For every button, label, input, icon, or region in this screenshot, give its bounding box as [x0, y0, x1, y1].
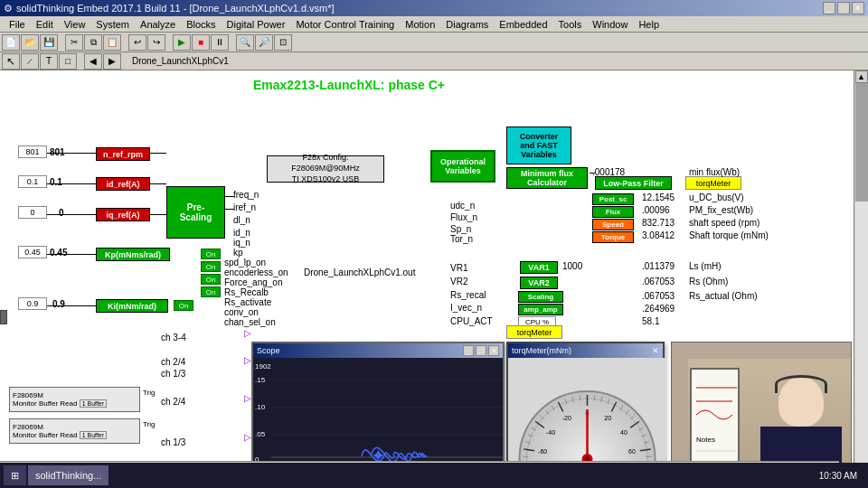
- ki-block[interactable]: Ki(mNm/rad): [96, 299, 168, 313]
- svg-text:Notes: Notes: [696, 436, 715, 444]
- input-01[interactable]: 0.1: [18, 175, 47, 188]
- tb-stop[interactable]: ■: [192, 34, 210, 51]
- tb-save[interactable]: 💾: [40, 34, 58, 51]
- kp-block[interactable]: Kp(mNms/rad): [96, 248, 170, 261]
- converter-fast-block[interactable]: Converterand FASTVariables: [506, 127, 571, 164]
- window-title: solidThinking Embed 2017.1 Build 11 - [D…: [16, 3, 335, 14]
- tb-redo[interactable]: ↪: [147, 34, 165, 51]
- tb-run[interactable]: ▶: [173, 34, 191, 51]
- menu-embedded[interactable]: Embedded: [494, 16, 552, 32]
- input-09[interactable]: 0.9: [18, 297, 47, 310]
- val-067053b: .067053: [642, 291, 675, 301]
- sig-kp: kp: [233, 248, 243, 258]
- tb-open[interactable]: 📂: [21, 34, 39, 51]
- title-icon: ⚙: [4, 3, 13, 14]
- post-torque-block[interactable]: Torque: [592, 231, 634, 243]
- iq-ref-block[interactable]: iq_ref(A): [96, 208, 150, 221]
- on-switch-4[interactable]: On: [201, 286, 221, 297]
- lpf-block[interactable]: Low-Pass Filter: [595, 176, 672, 190]
- operational-variables-box[interactable]: OperationalVariables: [430, 150, 495, 183]
- sig-id-n: id_n: [233, 228, 250, 238]
- oscillo-minimize-btn[interactable]: _: [463, 345, 474, 356]
- menu-motor-control[interactable]: Motor Control Training: [290, 16, 400, 32]
- n-ref-rpm-block[interactable]: n_ref_rpm: [96, 147, 150, 161]
- tb-zoom-out[interactable]: 🔎: [255, 34, 273, 51]
- menu-view[interactable]: View: [59, 16, 91, 32]
- val-1000: 1000: [562, 261, 582, 271]
- tb-undo[interactable]: ↩: [128, 34, 146, 51]
- menu-motion[interactable]: Motion: [400, 16, 440, 32]
- menu-help[interactable]: Help: [633, 16, 665, 32]
- menu-edit[interactable]: Edit: [31, 16, 59, 32]
- scaling-block[interactable]: Scaling: [518, 291, 563, 303]
- val-264969: .264969: [642, 304, 675, 314]
- scroll-up-btn[interactable]: ▲: [855, 70, 868, 83]
- maximize-button[interactable]: □: [837, 2, 850, 14]
- canvas-area[interactable]: Emax2213-LaunchXL: phase C+ F28x Config:…: [0, 70, 854, 488]
- tb2-nav-back[interactable]: ◀: [84, 53, 102, 70]
- sig-rs-recal: Rs_recal: [450, 290, 486, 300]
- input-801[interactable]: 801: [18, 145, 47, 158]
- on-switch-2[interactable]: On: [201, 261, 221, 272]
- trig-label-2: Trig: [143, 420, 155, 428]
- on-switch-1[interactable]: On: [201, 249, 221, 259]
- input-0[interactable]: 0: [18, 206, 47, 219]
- taskbar-app-btn[interactable]: solidThinking...: [28, 465, 108, 485]
- tb2-block[interactable]: □: [59, 53, 77, 70]
- wire-idref-prescaling: [150, 183, 166, 184]
- pre-scaling-block[interactable]: Pre-Scaling: [166, 186, 225, 239]
- menu-file[interactable]: File: [4, 16, 31, 32]
- vertical-scrollbar[interactable]: ▲ ▼: [854, 70, 868, 488]
- oscillo-close-btn[interactable]: ✕: [488, 345, 499, 356]
- minimize-button[interactable]: _: [823, 2, 835, 14]
- tb-cut[interactable]: ✂: [65, 34, 83, 51]
- sig-freq-n: freq_n: [233, 190, 259, 200]
- monitor-block-1[interactable]: F28069M Monitor Buffer Read 1 Buffer: [9, 387, 140, 412]
- menu-analyze[interactable]: Analyze: [135, 16, 181, 32]
- close-button[interactable]: ✕: [852, 2, 864, 14]
- tb2-text[interactable]: T: [40, 53, 58, 70]
- tb-new[interactable]: 📄: [2, 34, 20, 51]
- id-ref-block[interactable]: id_ref(A): [96, 177, 150, 191]
- scroll-v-thumb: [855, 83, 868, 202]
- menu-digital-power[interactable]: Digital Power: [222, 16, 291, 32]
- post-speed-block[interactable]: Speed: [592, 219, 634, 230]
- menu-system[interactable]: System: [90, 16, 135, 32]
- tb2-pointer[interactable]: ↖: [2, 53, 20, 70]
- on-switch-3[interactable]: On: [201, 274, 221, 285]
- var1-block[interactable]: VAR1: [520, 261, 558, 274]
- min-flux-block[interactable]: Minimum fluxCalculator: [506, 167, 588, 189]
- input-045[interactable]: 0.45: [18, 246, 47, 258]
- on-switch-5[interactable]: On: [174, 300, 193, 311]
- monitor-block-2[interactable]: F28069M Monitor Buffer Read 1 Buffer: [9, 418, 140, 444]
- amp-amp-block[interactable]: amp_amp: [518, 304, 563, 315]
- force-ang-on: Force_ang_on: [224, 277, 283, 287]
- menu-tools[interactable]: Tools: [553, 16, 588, 32]
- sig-vr1: VR1: [450, 263, 467, 273]
- menu-window[interactable]: Window: [587, 16, 633, 32]
- oscillo-title-label: Scope: [257, 346, 280, 355]
- tb2-wire[interactable]: ⟋: [21, 53, 39, 70]
- torqmeter-in-block[interactable]: torqMeter: [506, 325, 562, 339]
- tb-fit[interactable]: ⊡: [274, 34, 292, 51]
- tb-paste[interactable]: 📋: [103, 34, 121, 51]
- menu-bar: File Edit View System Analyze Blocks Dig…: [0, 16, 868, 33]
- start-button[interactable]: ⊞: [4, 465, 26, 485]
- menu-diagrams[interactable]: Diagrams: [440, 16, 494, 32]
- tb-copy[interactable]: ⧉: [84, 34, 102, 51]
- spd-lp-on: spd_lp_on: [224, 258, 266, 267]
- tb-zoom-in[interactable]: 🔍: [236, 34, 254, 51]
- post-flux-block[interactable]: Flux: [592, 206, 634, 218]
- sig-ivec-n: I_vec_n: [450, 303, 482, 313]
- tb2-nav-fwd[interactable]: ▶: [103, 53, 121, 70]
- tb-pause[interactable]: ⏸: [211, 34, 229, 51]
- pm-fix-label: PM_fix_est(Wb): [689, 205, 753, 215]
- menu-blocks[interactable]: Blocks: [181, 16, 221, 32]
- torqmeter-out-block[interactable]: torqMeter: [685, 176, 741, 190]
- rs-recalb: Rs_Recalb: [224, 287, 269, 297]
- post-sc-block[interactable]: Post_sc: [592, 193, 634, 205]
- oscillo-restore-btn[interactable]: □: [476, 345, 486, 356]
- gauge-close-btn[interactable]: ✕: [652, 346, 659, 355]
- var2-block[interactable]: VAR2: [520, 277, 558, 289]
- scroll-v-track: [855, 83, 868, 477]
